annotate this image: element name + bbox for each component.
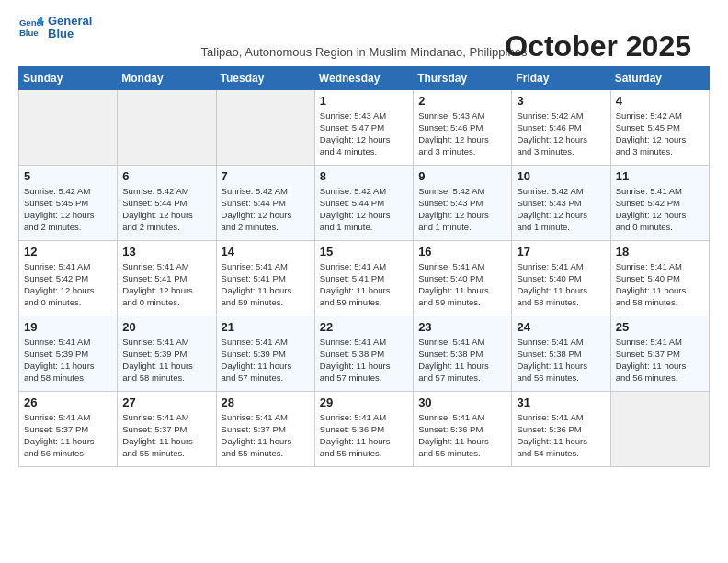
day-info: Sunrise: 5:41 AM Sunset: 5:38 PM Dayligh…	[418, 336, 506, 385]
calendar-cell	[19, 89, 118, 165]
day-number: 27	[122, 396, 210, 409]
calendar-cell: 25Sunrise: 5:41 AM Sunset: 5:37 PM Dayli…	[610, 316, 709, 391]
day-info: Sunrise: 5:41 AM Sunset: 5:36 PM Dayligh…	[320, 411, 408, 460]
weekday-header-thursday: Thursday	[414, 66, 512, 89]
day-number: 12	[24, 245, 112, 259]
day-info: Sunrise: 5:41 AM Sunset: 5:41 PM Dayligh…	[320, 260, 408, 309]
day-info: Sunrise: 5:42 AM Sunset: 5:43 PM Dayligh…	[517, 185, 605, 234]
day-info: Sunrise: 5:41 AM Sunset: 5:42 PM Dayligh…	[24, 260, 112, 309]
day-info: Sunrise: 5:42 AM Sunset: 5:44 PM Dayligh…	[222, 185, 310, 234]
day-number: 21	[222, 320, 310, 334]
day-info: Sunrise: 5:42 AM Sunset: 5:46 PM Dayligh…	[517, 109, 605, 158]
calendar-cell: 26Sunrise: 5:41 AM Sunset: 5:37 PM Dayli…	[19, 391, 118, 466]
calendar-cell: 20Sunrise: 5:41 AM Sunset: 5:39 PM Dayli…	[118, 316, 216, 391]
calendar-cell: 16Sunrise: 5:41 AM Sunset: 5:40 PM Dayli…	[414, 240, 512, 316]
day-number: 26	[24, 396, 112, 409]
day-info: Sunrise: 5:41 AM Sunset: 5:38 PM Dayligh…	[320, 336, 408, 385]
calendar-cell: 11Sunrise: 5:41 AM Sunset: 5:42 PM Dayli…	[610, 165, 709, 240]
day-info: Sunrise: 5:42 AM Sunset: 5:43 PM Dayligh…	[418, 185, 506, 234]
weekday-header-monday: Monday	[118, 66, 216, 89]
day-info: Sunrise: 5:42 AM Sunset: 5:44 PM Dayligh…	[122, 185, 210, 234]
logo-icon: General Blue	[18, 15, 44, 40]
weekday-header-tuesday: Tuesday	[216, 66, 314, 89]
day-number: 17	[517, 245, 605, 259]
calendar-cell: 22Sunrise: 5:41 AM Sunset: 5:38 PM Dayli…	[314, 316, 413, 391]
logo-line1: General	[48, 14, 92, 28]
day-info: Sunrise: 5:42 AM Sunset: 5:45 PM Dayligh…	[24, 185, 112, 234]
day-number: 6	[122, 169, 210, 183]
calendar-cell: 10Sunrise: 5:42 AM Sunset: 5:43 PM Dayli…	[512, 165, 610, 240]
top-area: General Blue General Blue October 2025	[18, 15, 710, 41]
calendar-cell: 3Sunrise: 5:42 AM Sunset: 5:46 PM Daylig…	[512, 89, 610, 165]
day-number: 31	[517, 396, 605, 409]
day-info: Sunrise: 5:42 AM Sunset: 5:44 PM Dayligh…	[320, 185, 408, 234]
day-info: Sunrise: 5:41 AM Sunset: 5:37 PM Dayligh…	[122, 411, 210, 460]
day-number: 24	[517, 320, 605, 334]
day-info: Sunrise: 5:43 AM Sunset: 5:46 PM Dayligh…	[418, 109, 506, 158]
day-number: 2	[418, 94, 506, 108]
calendar-cell: 9Sunrise: 5:42 AM Sunset: 5:43 PM Daylig…	[414, 165, 512, 240]
calendar-week-row: 5Sunrise: 5:42 AM Sunset: 5:45 PM Daylig…	[19, 165, 710, 240]
calendar-cell: 13Sunrise: 5:41 AM Sunset: 5:41 PM Dayli…	[118, 240, 216, 316]
day-number: 3	[517, 94, 605, 108]
logo-line2: Blue	[48, 27, 74, 40]
day-number: 11	[616, 169, 704, 183]
calendar-cell: 17Sunrise: 5:41 AM Sunset: 5:40 PM Dayli…	[512, 240, 610, 316]
calendar-cell: 5Sunrise: 5:42 AM Sunset: 5:45 PM Daylig…	[19, 165, 118, 240]
day-number: 23	[418, 320, 506, 334]
day-number: 30	[418, 396, 506, 409]
day-number: 4	[616, 94, 704, 108]
calendar-cell: 2Sunrise: 5:43 AM Sunset: 5:46 PM Daylig…	[414, 89, 512, 165]
weekday-header-wednesday: Wednesday	[314, 66, 413, 89]
calendar-cell: 24Sunrise: 5:41 AM Sunset: 5:38 PM Dayli…	[512, 316, 610, 391]
calendar-week-row: 12Sunrise: 5:41 AM Sunset: 5:42 PM Dayli…	[19, 240, 710, 316]
calendar-cell: 19Sunrise: 5:41 AM Sunset: 5:39 PM Dayli…	[19, 316, 118, 391]
day-number: 28	[222, 396, 310, 409]
weekday-header-friday: Friday	[512, 66, 610, 89]
day-number: 29	[320, 396, 408, 409]
day-number: 16	[418, 245, 506, 259]
day-number: 10	[517, 169, 605, 183]
day-number: 19	[24, 320, 112, 334]
day-info: Sunrise: 5:41 AM Sunset: 5:36 PM Dayligh…	[418, 411, 506, 460]
weekday-header-row: SundayMondayTuesdayWednesdayThursdayFrid…	[19, 66, 710, 89]
day-info: Sunrise: 5:41 AM Sunset: 5:40 PM Dayligh…	[418, 260, 506, 309]
day-number: 20	[122, 320, 210, 334]
day-info: Sunrise: 5:41 AM Sunset: 5:37 PM Dayligh…	[24, 411, 112, 460]
day-info: Sunrise: 5:41 AM Sunset: 5:38 PM Dayligh…	[517, 336, 605, 385]
calendar-cell: 18Sunrise: 5:41 AM Sunset: 5:40 PM Dayli…	[610, 240, 709, 316]
day-info: Sunrise: 5:41 AM Sunset: 5:37 PM Dayligh…	[616, 336, 704, 385]
weekday-header-sunday: Sunday	[19, 66, 118, 89]
day-info: Sunrise: 5:41 AM Sunset: 5:42 PM Dayligh…	[616, 185, 704, 234]
calendar-cell: 21Sunrise: 5:41 AM Sunset: 5:39 PM Dayli…	[216, 316, 314, 391]
day-number: 22	[320, 320, 408, 334]
day-number: 14	[222, 245, 310, 259]
calendar-cell: 29Sunrise: 5:41 AM Sunset: 5:36 PM Dayli…	[314, 391, 413, 466]
day-info: Sunrise: 5:41 AM Sunset: 5:39 PM Dayligh…	[24, 336, 112, 385]
day-number: 8	[320, 169, 408, 183]
calendar-week-row: 1Sunrise: 5:43 AM Sunset: 5:47 PM Daylig…	[19, 89, 710, 165]
calendar-cell: 8Sunrise: 5:42 AM Sunset: 5:44 PM Daylig…	[314, 165, 413, 240]
day-info: Sunrise: 5:41 AM Sunset: 5:37 PM Dayligh…	[222, 411, 310, 460]
calendar-cell	[216, 89, 314, 165]
day-number: 9	[418, 169, 506, 183]
day-info: Sunrise: 5:41 AM Sunset: 5:40 PM Dayligh…	[616, 260, 704, 309]
day-info: Sunrise: 5:41 AM Sunset: 5:41 PM Dayligh…	[122, 260, 210, 309]
day-number: 18	[616, 245, 704, 259]
calendar-cell	[610, 391, 709, 466]
day-number: 1	[320, 94, 408, 108]
calendar-cell: 30Sunrise: 5:41 AM Sunset: 5:36 PM Dayli…	[414, 391, 512, 466]
day-info: Sunrise: 5:41 AM Sunset: 5:41 PM Dayligh…	[222, 260, 310, 309]
day-info: Sunrise: 5:41 AM Sunset: 5:39 PM Dayligh…	[222, 336, 310, 385]
calendar-week-row: 19Sunrise: 5:41 AM Sunset: 5:39 PM Dayli…	[19, 316, 710, 391]
day-info: Sunrise: 5:41 AM Sunset: 5:36 PM Dayligh…	[517, 411, 605, 460]
day-info: Sunrise: 5:43 AM Sunset: 5:47 PM Dayligh…	[320, 109, 408, 158]
calendar-cell: 6Sunrise: 5:42 AM Sunset: 5:44 PM Daylig…	[118, 165, 216, 240]
weekday-header-saturday: Saturday	[610, 66, 709, 89]
calendar-cell: 4Sunrise: 5:42 AM Sunset: 5:45 PM Daylig…	[610, 89, 709, 165]
day-number: 15	[320, 245, 408, 259]
calendar-cell: 7Sunrise: 5:42 AM Sunset: 5:44 PM Daylig…	[216, 165, 314, 240]
calendar-cell: 28Sunrise: 5:41 AM Sunset: 5:37 PM Dayli…	[216, 391, 314, 466]
day-number: 5	[24, 169, 112, 183]
day-number: 13	[122, 245, 210, 259]
